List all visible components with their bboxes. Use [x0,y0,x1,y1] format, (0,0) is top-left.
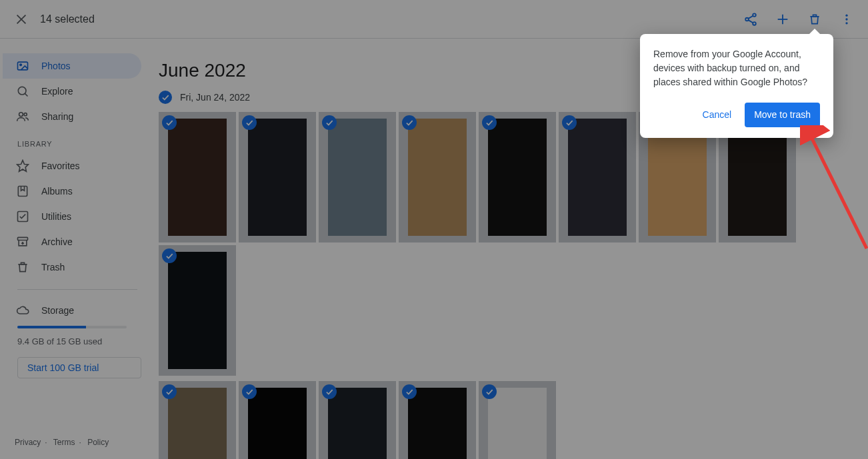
date-select-check-icon[interactable] [159,91,172,104]
sidebar-item-archive[interactable]: Archive [3,229,141,254]
svg-point-3 [745,17,749,21]
selected-check-icon[interactable] [562,115,577,130]
photo-grid [159,112,851,459]
photo-tile[interactable] [559,112,636,242]
svg-point-11 [845,22,847,24]
svg-marker-18 [17,161,29,172]
svg-point-2 [753,13,756,17]
selected-check-icon[interactable] [402,384,417,399]
footer-terms[interactable]: Terms [53,438,75,447]
sidebar-item-label: Photos [41,61,71,71]
photo-tile[interactable] [479,112,556,242]
selected-check-icon[interactable] [482,384,497,399]
cloud-icon [16,304,29,317]
photo-tile[interactable] [319,381,396,459]
sidebar-item-label: Explore [41,86,73,97]
share-button[interactable] [735,3,767,35]
svg-point-14 [18,87,26,95]
storage-bar: 9.4 GB of 15 GB used [17,326,127,346]
selected-check-icon[interactable] [242,384,257,399]
svg-line-15 [25,93,27,96]
photo-tile[interactable] [159,245,236,376]
footer-privacy[interactable]: Privacy [15,438,41,447]
close-icon [14,12,29,27]
photo-tile[interactable] [399,381,476,459]
selected-check-icon[interactable] [242,115,257,130]
photo-tile[interactable] [479,381,556,459]
svg-point-9 [845,14,847,16]
more-vert-icon [840,13,853,26]
footer-policy[interactable]: Policy [87,438,109,447]
move-to-trash-button[interactable]: Move to trash [745,103,820,127]
sidebar-item-storage[interactable]: Storage [3,299,141,322]
more-button[interactable] [831,3,863,35]
svg-point-13 [20,64,21,66]
sidebar-item-favorites[interactable]: Favorites [3,153,141,179]
svg-line-6 [749,20,753,23]
divider [17,289,137,290]
sidebar-item-label: Utilities [41,211,71,222]
storage-text: 9.4 GB of 15 GB used [17,336,127,346]
photo-tile[interactable] [239,381,316,459]
people-icon [16,110,29,123]
footer-links: Privacy· Terms· Policy [15,438,109,447]
photo-thumbnail [168,388,227,459]
svg-point-10 [845,18,847,20]
date-label: Fri, Jun 24, 2022 [180,92,250,103]
confirm-delete-dialog: Remove from your Google Account, devices… [640,34,833,138]
selected-check-icon[interactable] [322,384,337,399]
sidebar-item-explore[interactable]: Explore [3,79,141,104]
photo-tile[interactable] [159,381,236,459]
storage-fill [17,326,86,328]
sidebar-item-label: Favorites [41,161,80,171]
photo-tile[interactable] [239,112,316,242]
archive-icon [16,235,29,248]
svg-point-16 [19,113,23,117]
sidebar-item-sharing[interactable]: Sharing [3,104,141,129]
selected-check-icon[interactable] [162,384,177,399]
selected-check-icon[interactable] [402,115,417,130]
svg-rect-21 [18,237,28,240]
photo-thumbnail [408,119,467,236]
trash-icon [808,13,821,26]
sidebar: Photos Explore Sharing LIBRARY Favorites… [0,39,141,459]
selected-check-icon[interactable] [162,248,177,263]
photo-thumbnail [248,388,307,459]
sidebar-item-utilities[interactable]: Utilities [3,204,141,229]
sidebar-item-label: Albums [41,186,73,197]
svg-point-17 [24,113,27,116]
selected-check-icon[interactable] [482,115,497,130]
image-icon [16,59,29,73]
photo-tile[interactable] [159,112,236,242]
selected-check-icon[interactable] [322,115,337,130]
photo-tile[interactable] [399,112,476,242]
dialog-message: Remove from your Google Account, devices… [653,47,820,89]
grid-check-icon [16,210,29,223]
add-to-button[interactable] [767,3,799,35]
library-section-label: LIBRARY [3,129,141,153]
sidebar-item-albums[interactable]: Albums [3,179,141,204]
photo-thumbnail [328,119,387,236]
sidebar-item-label: Storage [41,305,74,316]
sidebar-item-photos[interactable]: Photos [3,53,141,79]
photo-tile[interactable] [319,112,396,242]
svg-line-5 [749,15,753,18]
photo-thumbnail [328,388,387,459]
cancel-button[interactable]: Cancel [695,103,740,127]
search-icon [16,85,29,98]
photo-thumbnail [488,119,547,236]
start-trial-button[interactable]: Start 100 GB trial [17,357,141,378]
sidebar-item-trash[interactable]: Trash [3,254,141,280]
photo-thumbnail [168,119,227,236]
sidebar-item-label: Trash [41,262,65,272]
close-selection-button[interactable] [5,3,37,35]
sidebar-item-label: Sharing [41,111,73,122]
selected-check-icon[interactable] [162,115,177,130]
trash-icon [16,260,29,274]
photo-thumbnail [488,388,547,459]
svg-point-4 [753,22,756,25]
photo-thumbnail [168,252,227,369]
sidebar-item-label: Archive [41,236,73,247]
selection-topbar: 14 selected [0,0,868,39]
photo-thumbnail [248,119,307,236]
